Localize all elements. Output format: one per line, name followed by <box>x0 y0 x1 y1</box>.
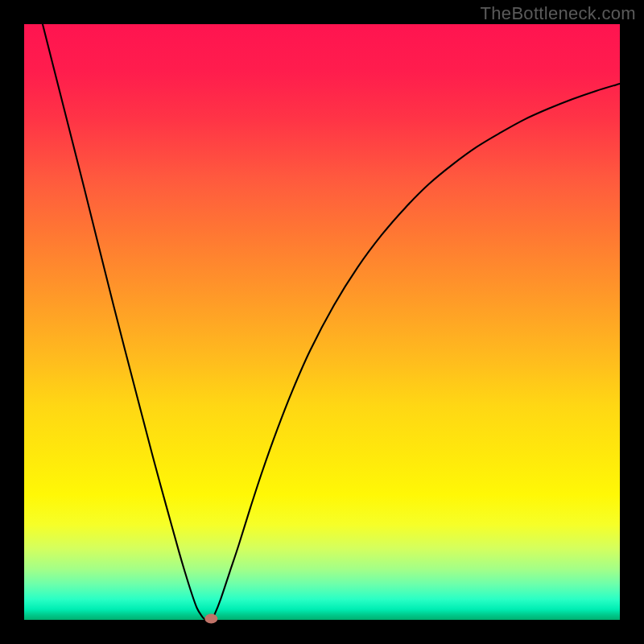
watermark-text: TheBottleneck.com <box>481 3 636 24</box>
chart-frame: TheBottleneck.com <box>0 0 644 644</box>
plot-area <box>24 24 620 620</box>
marker-dot <box>204 614 217 624</box>
plot-svg <box>24 24 620 620</box>
curve-line <box>43 24 620 620</box>
